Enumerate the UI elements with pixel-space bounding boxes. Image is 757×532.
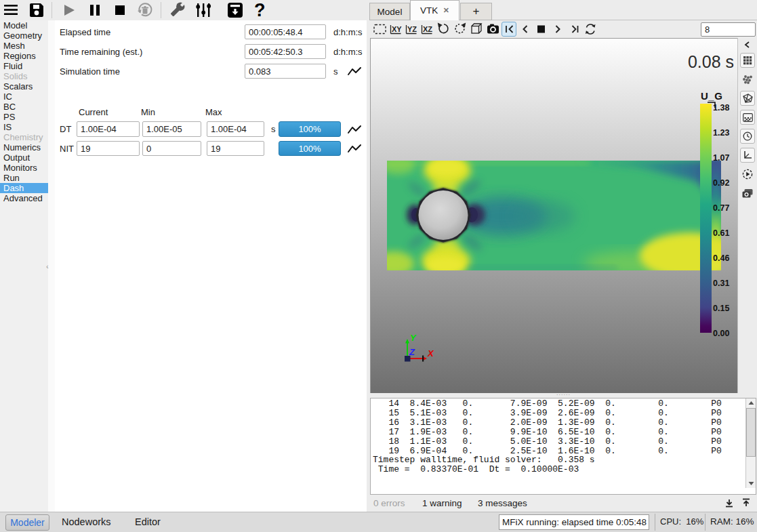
svg-text:Z: Z	[409, 347, 415, 357]
svg-text:X: X	[427, 348, 434, 359]
svg-text:YZ: YZ	[407, 25, 417, 33]
svg-text:XZ: XZ	[423, 25, 432, 33]
svg-text:?: ?	[254, 0, 266, 20]
svg-text:Y: Y	[410, 334, 417, 343]
svg-text:XY: XY	[392, 25, 402, 33]
